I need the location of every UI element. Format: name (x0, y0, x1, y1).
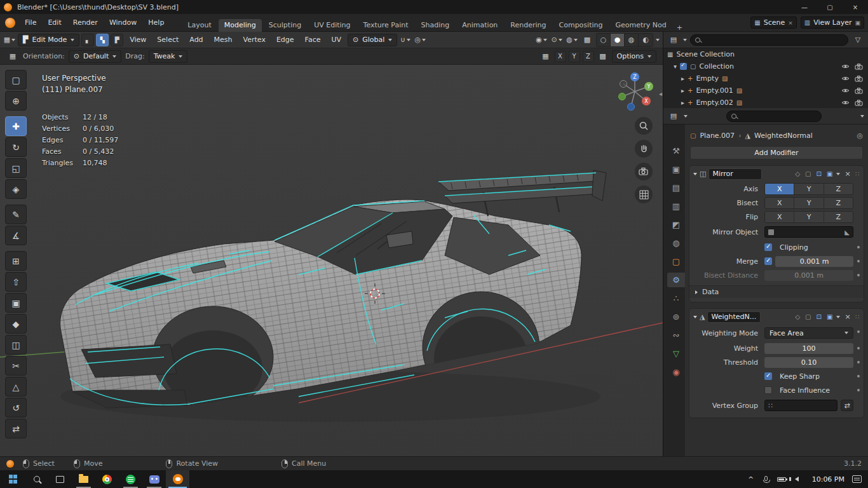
drag-handle[interactable]: ∷ (855, 170, 860, 177)
xray-toggle-button[interactable]: ▩ (581, 34, 593, 46)
tool-rotate[interactable]: ↻ (5, 137, 27, 157)
menu-render[interactable]: Render (67, 14, 104, 32)
display-realtime-toggle[interactable]: ⊡ (815, 313, 823, 320)
battery-tray-button[interactable] (774, 470, 789, 488)
clipping-checkbox[interactable] (764, 243, 772, 251)
keyframe-decorator[interactable] (857, 347, 860, 349)
menu-help[interactable]: Help (142, 14, 170, 32)
viewport-canvas[interactable]: ▢ ⊕ ✚ ↻ ◱ ◈ ✎ ∡ ⊞ ⇧ ▣ ◆ ◫ ✂ △ ↺ ⇄ User P… (0, 65, 663, 456)
flip-x-button[interactable]: X (765, 212, 794, 222)
tool-knife[interactable]: ✂ (5, 356, 27, 376)
menu-view[interactable]: View (125, 36, 151, 44)
world-tab[interactable]: ◍ (667, 236, 685, 250)
filter-chevron-icon[interactable] (860, 115, 864, 118)
transform-orientation-dropdown[interactable]: ⊙ Global (348, 34, 397, 46)
start-button[interactable] (1, 470, 25, 488)
view-layer-tab[interactable]: ▥ (667, 199, 685, 214)
workspace-compositing[interactable]: Compositing (553, 19, 609, 32)
workspace-layout[interactable]: Layout (182, 19, 217, 32)
threshold-field[interactable]: 0.10 (764, 357, 853, 368)
task-view-button[interactable] (48, 470, 72, 488)
face-influence-checkbox[interactable] (764, 386, 772, 394)
render-tab[interactable]: ▣ (667, 162, 685, 177)
keyframe-decorator[interactable] (857, 330, 860, 333)
notification-center-icon[interactable] (852, 475, 862, 483)
mirror-y-button[interactable]: Y (569, 51, 580, 62)
menu-window[interactable]: Window (104, 14, 142, 32)
mirror-object-field[interactable]: ◣ (764, 226, 853, 238)
shading-options-chevron-icon[interactable] (656, 39, 660, 41)
keyframe-decorator[interactable] (857, 375, 860, 377)
workspace-sculpting[interactable]: Sculpting (263, 19, 307, 32)
tool-poly-build[interactable]: △ (5, 377, 27, 396)
maximize-button[interactable]: ▢ (817, 0, 843, 14)
menu-file[interactable]: File (19, 14, 42, 32)
outliner-row-collection[interactable]: ▾ ▢ Collection (663, 60, 868, 72)
tool-annotate[interactable]: ✎ (5, 205, 27, 224)
display-realtime-toggle[interactable]: ⊡ (815, 170, 823, 177)
remove-modifier-button[interactable]: × (843, 313, 852, 321)
expand-icon[interactable]: ▸ (681, 75, 684, 82)
mirror-icon[interactable]: ▦ (539, 50, 552, 63)
show-gizmo-button[interactable]: ◉ (535, 34, 548, 46)
breadcrumb-object[interactable]: Plane.007 (700, 132, 735, 140)
vertex-group-field[interactable]: ∷ (764, 400, 837, 411)
output-tab[interactable]: ▤ (667, 180, 685, 195)
tool-select-box[interactable]: ▢ (5, 70, 27, 90)
outliner-row-empty-002[interactable]: ▸ + Empty.002 ▨ (663, 97, 868, 108)
drag-handle[interactable]: ∷ (855, 313, 860, 320)
tool-transform[interactable]: ◈ (5, 179, 27, 199)
display-render-toggle[interactable]: ▣ (825, 170, 834, 177)
sidebar-toggle-icon[interactable]: ◂ (659, 90, 662, 97)
view-layer-selector[interactable]: ▥ View Layer ▣ (801, 17, 864, 29)
axis-x-button[interactable]: X (765, 184, 794, 194)
outliner-filter-icon[interactable]: ▽ (851, 34, 864, 46)
add-modifier-button[interactable]: Add Modifier (690, 146, 863, 159)
axis-y-button[interactable]: Y (794, 184, 824, 194)
material-tab[interactable]: ◉ (667, 365, 685, 379)
menu-vertex[interactable]: Vertex (239, 36, 270, 44)
workspace-texture-paint[interactable]: Texture Paint (358, 19, 414, 32)
extras-chevron-icon[interactable] (836, 316, 840, 318)
flip-z-button[interactable]: Z (824, 212, 853, 222)
menu-mesh[interactable]: Mesh (210, 36, 237, 44)
camera-view-button[interactable] (635, 163, 653, 180)
tool-measure[interactable]: ∡ (5, 226, 27, 245)
tool-loop-cut[interactable]: ◫ (5, 335, 27, 355)
menu-uv[interactable]: UV (327, 36, 346, 44)
display-edit-mode-toggle[interactable]: ▢ (804, 313, 812, 320)
tool-extrude-region[interactable]: ⇧ (5, 272, 27, 292)
outliner-row-empty[interactable]: ▸ + Empty ▨ (663, 72, 868, 85)
zoom-button[interactable] (635, 117, 653, 135)
tool-tab[interactable]: ⚒ (667, 144, 685, 158)
merge-checkbox[interactable] (764, 257, 772, 265)
scene-tab[interactable]: ◩ (667, 217, 685, 232)
bisect-y-button[interactable]: Y (794, 198, 824, 208)
bisect-x-button[interactable]: X (765, 198, 794, 208)
vertex-select-mode-button[interactable]: ▖ (81, 34, 94, 46)
snap-toggle-button[interactable]: ∪ (399, 34, 412, 46)
close-button[interactable]: × (843, 0, 868, 14)
display-render-toggle[interactable]: ▣ (825, 313, 834, 320)
workspace-shading[interactable]: Shading (416, 19, 456, 32)
camera-icon[interactable] (855, 100, 863, 106)
workspace-geometry-nodes[interactable]: Geometry Nod (609, 19, 672, 32)
hidden-icons-button[interactable]: ^ (743, 470, 759, 488)
properties-search-input[interactable] (726, 111, 822, 122)
collapse-icon[interactable] (693, 173, 697, 175)
menu-edge[interactable]: Edge (272, 36, 299, 44)
breadcrumb-modifier[interactable]: WeightedNormal (754, 132, 813, 140)
outliner-row-scene-collection[interactable]: ▦ Scene Collection (663, 48, 868, 60)
keyframe-decorator[interactable] (857, 389, 860, 391)
weighting-mode-dropdown[interactable]: Face Area (764, 327, 853, 339)
collapse-icon[interactable] (693, 316, 697, 318)
display-on-cage-toggle[interactable]: ◇ (794, 313, 801, 320)
drag-dropdown[interactable]: Tweak (149, 50, 188, 63)
eye-icon[interactable] (841, 100, 850, 105)
shading-material-button[interactable]: ◍ (625, 34, 639, 46)
tool-bevel[interactable]: ◆ (5, 314, 27, 334)
bisect-distance-field[interactable]: 0.001 m (764, 270, 853, 281)
constraints-tab[interactable]: ∾ (667, 328, 685, 342)
eye-icon[interactable] (841, 76, 850, 81)
properties-editor-icon[interactable]: ▤ (667, 110, 680, 123)
